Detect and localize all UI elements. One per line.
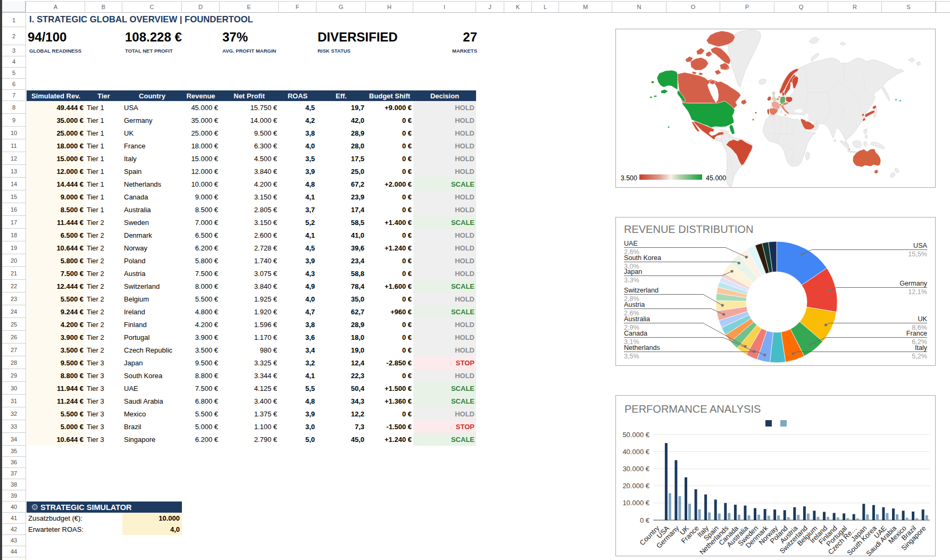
svg-text:3,3%: 3,3% (624, 277, 639, 284)
svg-text:Austria: Austria (624, 301, 645, 308)
svg-text:France: France (906, 330, 927, 337)
svg-text:USA: USA (913, 242, 927, 249)
svg-text:Canada: Canada (624, 330, 647, 337)
svg-text:Australia: Australia (624, 315, 650, 323)
svg-text:0 €: 0 € (640, 516, 650, 524)
svg-text:PERFORMANCE ANALYSIS: PERFORMANCE ANALYSIS (624, 403, 761, 415)
svg-text:Netherlands: Netherlands (624, 344, 660, 352)
svg-text:5,2%: 5,2% (912, 353, 927, 360)
svg-text:15,5%: 15,5% (908, 250, 927, 258)
svg-text:Germany: Germany (899, 280, 927, 287)
svg-text:3,5%: 3,5% (624, 353, 639, 360)
svg-text:50.000 €: 50.000 € (622, 431, 649, 439)
svg-text:REVENUE DISTRIBUTION: REVENUE DISTRIBUTION (624, 223, 753, 235)
svg-text:3.500: 3.500 (621, 174, 637, 182)
svg-text:40.000 €: 40.000 € (622, 448, 649, 456)
svg-text:12,1%: 12,1% (908, 288, 927, 296)
svg-text:30.000 €: 30.000 € (622, 465, 649, 473)
svg-text:45.000: 45.000 (706, 174, 726, 182)
svg-text:Switzerland: Switzerland (624, 287, 659, 294)
svg-text:South Korea: South Korea (624, 254, 661, 262)
svg-text:UAE: UAE (624, 240, 638, 247)
svg-text:10.000 €: 10.000 € (622, 499, 649, 507)
svg-text:Japan: Japan (624, 268, 642, 275)
svg-text:Italy: Italy (915, 344, 928, 352)
svg-text:20.000 €: 20.000 € (622, 482, 649, 490)
svg-text:UK: UK (918, 315, 928, 323)
